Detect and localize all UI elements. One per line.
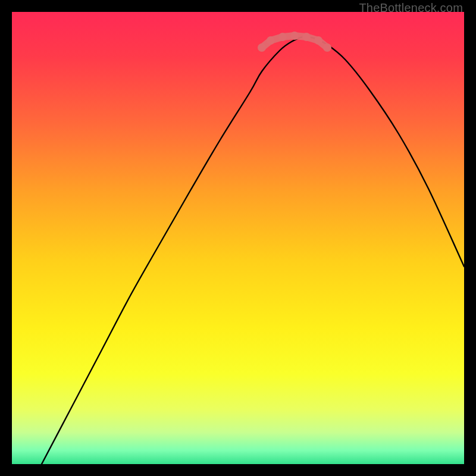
plot-area — [12, 12, 464, 464]
trough-dot — [258, 43, 266, 52]
chart-frame: TheBottleneck.com — [0, 0, 476, 476]
trough-marker — [258, 32, 331, 52]
bottleneck-curve — [42, 37, 464, 464]
trough-dot — [323, 43, 331, 52]
trough-dot — [278, 33, 287, 41]
trough-dot — [290, 32, 299, 40]
trough-dot — [314, 36, 322, 45]
trough-dot — [302, 33, 311, 41]
trough-dot — [267, 36, 275, 45]
curve-layer — [12, 12, 464, 464]
